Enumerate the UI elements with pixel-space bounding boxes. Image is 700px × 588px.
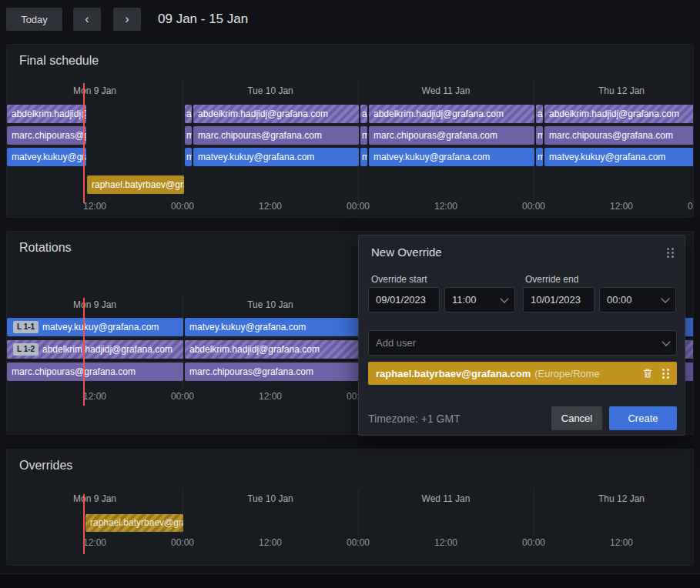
rotation-block[interactable]: abdelkrim.hadjidj@grafana.com: [369, 105, 534, 123]
chevron-down-icon: [500, 294, 508, 302]
current-time-indicator: [83, 494, 85, 554]
modal-title: New Override: [371, 246, 442, 259]
time-label: 12:00: [247, 391, 293, 402]
chevron-left-icon: ‹: [85, 12, 89, 26]
chevron-down-icon: [661, 294, 669, 302]
rotation-block[interactable]: marc.chipouras@grafana.com: [193, 126, 359, 145]
selected-user-timezone: (Europe/Rome: [534, 368, 638, 379]
rotation-block-sliver[interactable]: abdelkrim.hadjidj@grafana.com: [185, 105, 192, 123]
rotation-block[interactable]: abdelkrim.hadjidj@grafana.com: [185, 340, 359, 359]
oncall-schedule-screen: Today ‹ › 09 Jan - 15 Jan Final schedule…: [0, 0, 700, 588]
override-end-time-value: 00:00: [607, 294, 632, 306]
overrides-panel: Overrides Mon 9 Jan Tue 10 Jan Wed 11 Ja…: [6, 449, 694, 566]
rotation-block[interactable]: abdelkrim.hadjidj@grafana.com: [7, 105, 86, 123]
time-label: 12:00: [72, 391, 118, 402]
time-label: 00:00: [159, 391, 206, 402]
rotation-block[interactable]: matvey.kukuy@grafana.com: [193, 148, 359, 166]
rotation-block-sliver[interactable]: matvey.kukuy@grafana.com: [185, 148, 192, 166]
rotation-block[interactable]: matvey.kukuy@grafana.com: [544, 148, 694, 166]
rotation-block-sliver[interactable]: matvey.kukuy@grafana.com: [536, 148, 543, 166]
day-label: Thu 12 Jan: [534, 85, 694, 96]
time-label: 12:00: [598, 537, 645, 548]
current-time-indicator: [83, 83, 85, 203]
trash-icon: [642, 368, 653, 379]
time-label: 0: [688, 201, 694, 212]
day-label: Wed 11 Jan: [358, 85, 534, 96]
time-label: 12:00: [598, 201, 645, 212]
rotation-block[interactable]: abdelkrim.hadjidj@grafana.com: [544, 105, 694, 123]
override-block[interactable]: raphael.batyrbaev@grafana.com: [85, 514, 183, 532]
time-label: 00:00: [511, 537, 557, 548]
rotation-block-sliver[interactable]: matvey.kukuy@grafana.com: [360, 148, 367, 166]
timezone-note: Timezone: +1 GMT: [368, 413, 461, 425]
panel-title: Overrides: [19, 459, 72, 473]
override-end-date-input[interactable]: [523, 287, 594, 312]
override-start-date-input[interactable]: [368, 287, 440, 312]
date-range-title: 09 Jan - 15 Jan: [158, 0, 248, 38]
override-block[interactable]: raphael.batyrbaev@grafana.com: [87, 175, 184, 194]
time-label: 12:00: [423, 537, 469, 548]
rotation-block-sliver[interactable]: abdelkrim.hadjidj@grafana.com: [536, 105, 543, 123]
override-end-label: Override end: [525, 274, 578, 285]
rotation-block[interactable]: marc.chipouras@grafana.com: [544, 126, 694, 145]
time-label: 00:00: [335, 537, 381, 548]
time-label: 12:00: [247, 537, 293, 548]
day-label: Mon 9 Jan: [7, 493, 183, 504]
day-label: Tue 10 Jan: [183, 299, 358, 310]
prev-week-button[interactable]: ‹: [73, 8, 101, 31]
day-label: Tue 10 Jan: [183, 85, 358, 96]
drag-handle-icon[interactable]: [667, 248, 674, 258]
rotation-block-sliver[interactable]: abdelkrim.hadjidj@grafana.com: [360, 105, 367, 123]
override-start-time-select[interactable]: 11:00: [444, 287, 515, 312]
current-time-indicator: [83, 298, 85, 406]
topbar: Today ‹ › 09 Jan - 15 Jan: [0, 0, 700, 38]
rotation-block[interactable]: matvey.kukuy@grafana.com: [185, 318, 359, 336]
day-label: Mon 9 Jan: [7, 85, 183, 96]
override-end-time-select[interactable]: 00:00: [599, 287, 676, 312]
create-button[interactable]: Create: [609, 406, 677, 430]
rotation-block-sliver[interactable]: marc.chipouras@grafana.com: [185, 126, 192, 145]
day-label: Wed 11 Jan: [358, 493, 534, 504]
rotation-block-sliver[interactable]: marc.chipouras@grafana.com: [536, 126, 543, 145]
next-panel-edge: [0, 573, 700, 588]
user-drag-handle-icon[interactable]: [662, 369, 669, 379]
day-label: Thu 12 Jan: [534, 493, 694, 504]
rotation-block[interactable]: marc.chipouras@grafana.com: [7, 362, 183, 381]
today-button[interactable]: Today: [6, 8, 62, 31]
add-user-select[interactable]: Add user: [368, 330, 677, 356]
rotation-block[interactable]: marc.chipouras@grafana.com: [185, 362, 359, 381]
rotation-block[interactable]: matvey.kukuy@grafana.com: [369, 148, 534, 166]
cancel-button[interactable]: Cancel: [551, 406, 602, 430]
selected-user-email: raphael.batyrbaev@grafana.com: [376, 368, 531, 379]
override-start-label: Override start: [371, 274, 427, 285]
rotation-block[interactable]: marc.chipouras@grafana.com: [7, 126, 86, 145]
panel-title: Rotations: [19, 241, 72, 255]
add-user-placeholder: Add user: [376, 337, 416, 349]
selected-user-chip: raphael.batyrbaev@grafana.com (Europe/Ro…: [368, 362, 677, 385]
new-override-modal: New Override Override start Override end…: [358, 235, 685, 436]
day-label: Mon 9 Jan: [7, 299, 183, 310]
time-label: 12:00: [72, 537, 118, 548]
rotation-block-sliver[interactable]: marc.chipouras@grafana.com: [360, 126, 367, 145]
next-week-button[interactable]: ›: [113, 8, 141, 31]
chevron-right-icon: ›: [125, 12, 129, 26]
rotation-level-badge: L 1-1: [13, 321, 39, 333]
rotation-block[interactable]: abdelkrim.hadjidj@grafana.com: [193, 105, 359, 123]
day-label: Tue 10 Jan: [183, 493, 358, 504]
rotation-block[interactable]: matvey.kukuy@grafana.com: [7, 148, 86, 166]
rotation-block[interactable]: marc.chipouras@grafana.com: [369, 126, 534, 145]
time-label: 12:00: [72, 201, 118, 212]
chevron-down-icon: [661, 337, 670, 346]
override-start-time-value: 11:00: [452, 294, 477, 306]
time-label: 12:00: [247, 201, 293, 212]
time-label: 12:00: [423, 201, 469, 212]
panel-title: Final schedule: [19, 54, 99, 68]
final-schedule-panel: Final schedule Mon 9 Jan Tue 10 Jan Wed …: [6, 44, 694, 218]
remove-user-button[interactable]: [642, 368, 653, 379]
rotation-level-badge: L 1-2: [13, 343, 39, 356]
time-label: 00:00: [159, 537, 206, 548]
